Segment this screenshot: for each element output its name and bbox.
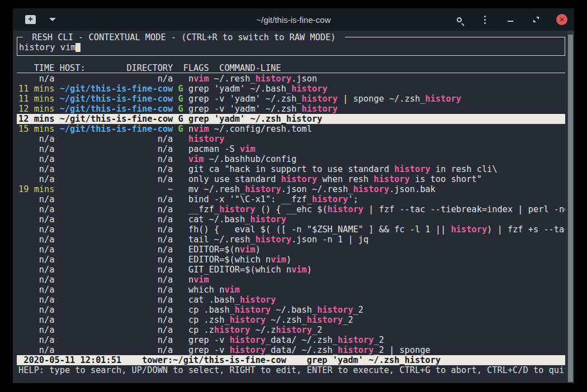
row-segment: n/a: [54, 285, 173, 295]
history-row[interactable]: n/a n/a grep -v history_data/ ~/.zsh_his…: [17, 345, 565, 355]
history-row[interactable]: n/a n/a cp .zhistory ~/.zhistory_2: [17, 325, 565, 335]
row-segment: history: [276, 325, 312, 335]
row-segment: is too short": [410, 174, 482, 184]
history-row[interactable]: n/a n/a git ca "hack in support to use s…: [17, 164, 565, 174]
row-segment: history: [230, 345, 266, 355]
history-row[interactable]: n/a n/a only use standard history when r…: [17, 174, 565, 184]
row-segment: 15 mins: [18, 124, 54, 134]
history-row[interactable]: n/a n/a nvim ~/.resh_history.json: [17, 74, 565, 84]
row-segment: _2: [353, 305, 363, 315]
row-segment: [173, 84, 178, 94]
row-segment: ): [286, 255, 291, 265]
row-segment: ~/.bashhub/config: [204, 154, 297, 164]
history-row[interactable]: n/a n/a __fzf_history () { __ehc $(histo…: [17, 204, 565, 214]
search-input[interactable]: history vim: [19, 42, 81, 52]
window-title: ~/git/this-is-fine-cow: [257, 15, 331, 25]
row-segment: [173, 144, 188, 154]
row-segment: G: [178, 124, 183, 134]
history-row[interactable]: n/a n/a pacman -S vim: [17, 144, 565, 154]
row-segment: 12 mins: [18, 104, 54, 114]
row-segment: [173, 134, 188, 144]
history-row[interactable]: 12 mins ~/git/this-is-fine-cow G grep -v…: [17, 104, 565, 114]
row-segment: vim: [271, 255, 286, 265]
row-segment: GIT_EDITOR=$(which n: [188, 265, 291, 275]
row-segment: n/a: [18, 265, 54, 275]
history-row[interactable]: n/a n/a EDITOR=$(nvim): [17, 245, 565, 255]
row-segment: 11 mins: [18, 94, 54, 104]
scrollbar-thumb[interactable]: [568, 35, 573, 382]
row-segment: [173, 214, 188, 224]
row-segment: n/a: [54, 245, 173, 255]
row-segment: G: [178, 84, 183, 94]
row-segment: n/a: [54, 164, 173, 174]
row-segment: vim: [193, 74, 209, 84]
history-row[interactable]: n/a n/a cat .bash_history: [17, 295, 565, 305]
row-segment: n/a: [18, 275, 54, 285]
row-segment: n/a: [54, 335, 173, 345]
search-button[interactable]: [453, 14, 465, 25]
history-row[interactable]: 11 mins ~/git/this-is-fine-cow G grep 'y…: [17, 84, 565, 94]
menu-button[interactable]: [479, 14, 490, 25]
minimize-button[interactable]: [505, 14, 516, 25]
history-row[interactable]: n/a n/a GIT_EDITOR=$(which nvim): [17, 265, 565, 275]
row-segment: ~/git/this-is-fine-cow: [60, 94, 173, 104]
row-segment: history: [291, 84, 327, 94]
history-row[interactable]: n/a n/a bind -x '"\C-x1": __fzf_history'…: [17, 194, 565, 204]
history-row[interactable]: 19 mins ~ mv ~/.resh_history.json ~/.res…: [17, 184, 565, 194]
history-row[interactable]: n/a n/a vim ~/.bashhub/config: [17, 154, 565, 164]
history-row[interactable]: n/a n/a history: [17, 134, 565, 144]
row-segment: fh() { eval $( ([ -n "$ZSH_NAME" ] && fc…: [188, 224, 451, 235]
history-row-selected[interactable]: 12 mins ~/git/this-is-fine-cow G grep 'y…: [17, 114, 565, 124]
new-tab-button[interactable]: +: [25, 15, 36, 24]
row-segment: history: [188, 134, 224, 144]
row-segment: history: [425, 94, 461, 104]
history-row[interactable]: n/a n/a grep -v history_data/ ~/.zsh_his…: [17, 335, 565, 345]
history-row[interactable]: n/a n/a nvim: [17, 275, 565, 285]
titlebar-right: ✕: [453, 8, 567, 31]
row-segment: ~/git/this-is-fine-cow: [60, 114, 173, 124]
minimize-icon: [508, 21, 513, 22]
history-row[interactable]: n/a n/a cat ~/.bash_history: [17, 214, 565, 224]
close-button[interactable]: ✕: [556, 14, 567, 25]
scrollbar[interactable]: [567, 31, 574, 383]
row-segment: n/a: [54, 144, 173, 154]
row-segment: history: [302, 104, 338, 114]
row-segment: history: [353, 184, 389, 194]
history-row[interactable]: n/a n/a which nvim: [17, 285, 565, 295]
row-segment: history: [312, 194, 348, 204]
history-row[interactable]: n/a n/a cp .zsh_history ~/.zsh_history_2: [17, 315, 565, 325]
row-segment: history: [328, 204, 363, 214]
history-row[interactable]: n/a n/a tail ~/.resh_history.json -n 1 |…: [17, 235, 565, 245]
row-segment: bind -x '"\C-x1": __fzf_: [188, 194, 312, 204]
row-segment: _2: [343, 315, 353, 325]
row-segment: in resh cli\: [430, 164, 498, 174]
row-segment: n/a: [18, 134, 54, 144]
row-segment: n/a: [18, 315, 54, 325]
history-list: n/a n/a nvim ~/.resh_history.json11 mins…: [17, 74, 565, 355]
history-row[interactable]: n/a n/a EDITOR=$(which nvim): [17, 255, 565, 265]
row-segment: when resh: [317, 174, 373, 184]
row-segment: [173, 245, 188, 255]
history-row[interactable]: 11 mins ~/git/this-is-fine-cow G grep -v…: [17, 94, 565, 104]
row-segment: [173, 224, 188, 235]
row-segment: history: [219, 204, 255, 214]
row-segment: n/a: [54, 74, 173, 84]
row-segment: [173, 114, 178, 124]
tab-dropdown-button[interactable]: [49, 18, 56, 21]
row-segment: history: [338, 345, 373, 355]
restore-button[interactable]: [531, 14, 542, 25]
row-segment: ~/.config/resh.toml: [209, 124, 312, 134]
history-row[interactable]: 15 mins ~/git/this-is-fine-cow G nvim ~/…: [17, 124, 565, 134]
row-segment: n/a: [18, 285, 54, 295]
row-segment: [173, 74, 188, 84]
row-segment: n/a: [54, 325, 173, 335]
row-segment: grep 'yadm' ~/.zsh_history: [188, 114, 322, 124]
history-row[interactable]: n/a n/a cp .bash_history ~/.bash_history…: [17, 305, 565, 315]
row-segment: n/a: [54, 204, 173, 214]
history-row[interactable]: n/a n/a fh() { eval $( ([ -n "$ZSH_NAME"…: [17, 224, 565, 235]
row-segment: n: [188, 124, 193, 134]
row-segment: [54, 114, 59, 124]
row-segment: vim: [188, 154, 204, 164]
row-segment: grep -v: [188, 335, 230, 345]
row-segment: history: [230, 335, 266, 345]
